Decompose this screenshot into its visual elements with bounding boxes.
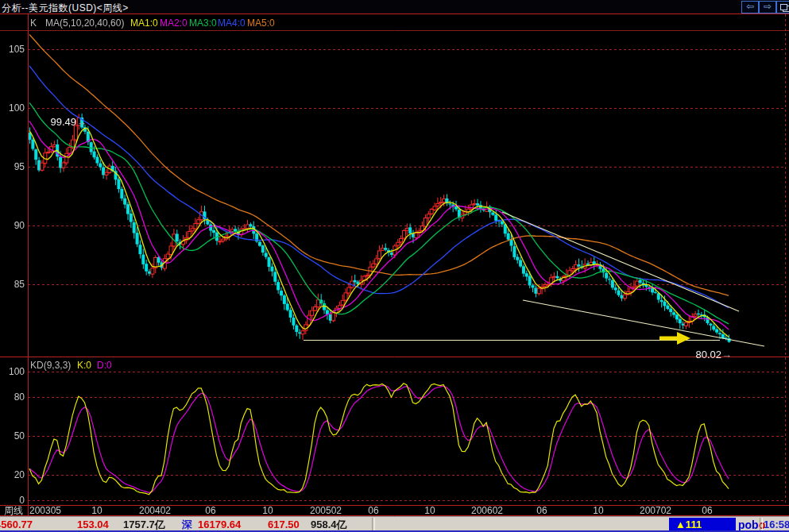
low-price-annotation: 80.02→ [684,337,732,372]
high-price-annotation: 99.49→ [39,104,87,140]
ma-legend-item: MA1:0 [130,17,158,29]
ma-params-label: MA(5,10,20,40,60) [45,17,124,29]
right-arrow-icon: → [76,116,87,128]
period-label: 周线 [4,505,23,516]
sz-index-value: 16179.64 [198,519,241,531]
right-arrow-icon: → [721,349,732,360]
kd-axis-label: 20 [2,469,25,480]
x-axis-tick: 200502 [310,505,342,516]
back-arrow-button[interactable]: ⇦ [741,1,759,13]
kd-axis-label: 100 [2,366,25,377]
x-axis-tick: 200305 [29,505,61,516]
kd-axis-label: 0 [2,495,25,506]
sz-market-label: 深 [182,519,192,531]
indicator-type-label: K [30,17,37,29]
status-bar: 4560.77 153.04 1757.7亿 深 16179.64 617.50… [0,516,789,532]
x-axis-tick: 200402 [139,505,171,516]
x-axis-tick: 10 [593,505,603,516]
sh-change-value: 153.04 [77,519,109,531]
sz-change-value: 617.50 [268,519,300,531]
ma-legend-item: MA4:0 [218,17,246,29]
forward-arrow-button[interactable]: ⇨ [759,1,776,13]
sz-volume-value: 958.4亿 [311,519,347,531]
title-bar: 分析--美元指数(USD)<周线> [0,0,789,14]
kd-axis-label: 80 [2,391,25,403]
kd-axis-label: 50 [2,430,25,441]
x-axis-tick: 06 [536,505,547,516]
ma-legend-item: MA3:0 [189,17,217,29]
sh-volume-value: 1757.7亿 [123,519,165,531]
window-title: 分析--美元指数(USD)<周线> [2,2,129,15]
kd-d-value: D:0 [97,360,112,371]
x-axis-tick: 200702 [640,505,671,516]
clock: 16:58 [764,519,789,531]
advance-count-badge: ▲111 [669,518,736,531]
status-divider [372,518,375,531]
x-axis-tick: 10 [262,505,273,516]
price-axis-label: 95 [2,161,25,172]
status-divider [760,518,763,531]
x-axis-tick: 06 [702,505,712,516]
kd-k-value: K:0 [77,360,91,371]
x-axis-tick: 10 [91,505,102,516]
sh-index-value: 4560.77 [0,519,33,531]
x-axis-tick: 06 [205,505,215,516]
x-axis-tick: 10 [424,505,435,516]
x-axis-tick: 200602 [471,505,503,516]
up-triangle-icon: ▲111 [675,519,702,530]
ma-legend-item: MA2:0 [160,17,188,29]
ma-legend-item: MA5:0 [247,17,275,29]
price-axis-label: 85 [2,279,25,290]
price-axis-label: 105 [2,44,25,55]
restore-window-button[interactable] [776,1,789,13]
x-axis-tick: 06 [368,505,378,516]
kd-params-label: KD(9,3,3) [30,360,71,371]
left-arrow-icon: ⇦ [746,1,754,12]
chart-canvas[interactable] [0,0,789,532]
price-axis-label: 90 [2,220,25,231]
right-arrow-icon: ⇨ [764,1,772,12]
price-axis-label: 100 [2,102,25,114]
trading-app-window: 分析--美元指数(USD)<周线> ⇦ ⇨ K MA(5,10,20,40,60… [0,0,789,532]
